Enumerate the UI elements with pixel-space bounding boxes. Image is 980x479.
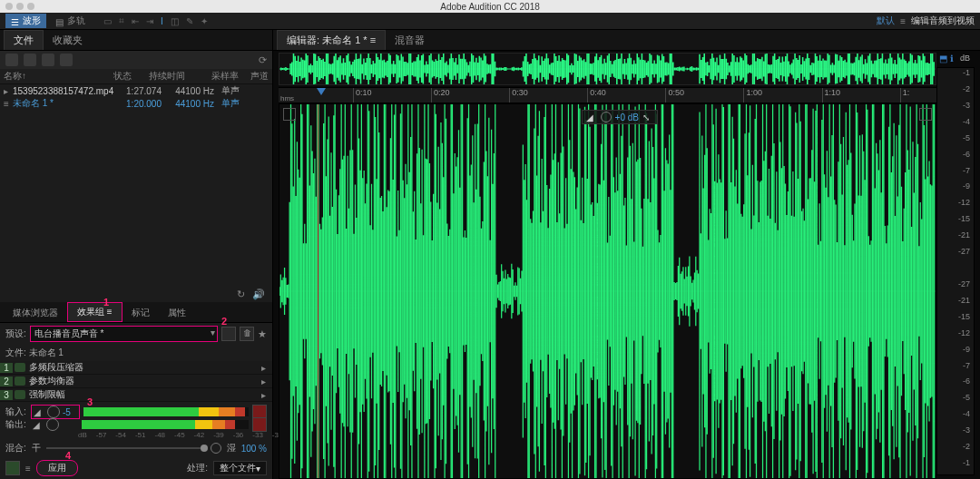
left-upper-tabs: 文件 收藏夹 [0, 30, 272, 51]
preset-row: 预设: 电台播音员声音 * ▾ 🗑 ★ 2 [0, 323, 272, 345]
tab-files[interactable]: 文件 [4, 30, 44, 50]
zoom-corner-icon[interactable] [919, 108, 932, 121]
more-icon[interactable] [60, 54, 73, 66]
tab-editor[interactable]: 编辑器: 未命名 1 * ≡ [277, 30, 386, 50]
preset-label: 预设: [5, 327, 26, 340]
db-scale: dB-57-54-51-48-45-42-39-36-33-30-27-24-2… [5, 431, 267, 439]
input-meter [83, 407, 249, 416]
workspace-name[interactable]: 编辑音频到视频 [911, 15, 975, 27]
col-name[interactable]: 名称↑ [0, 70, 110, 83]
mix-row: 混合: 干 湿 100 % [0, 439, 272, 457]
window-controls[interactable] [5, 3, 34, 10]
multitrack-icon: ▤ [55, 17, 64, 24]
list-icon[interactable]: ≡ [25, 464, 31, 474]
effect-row[interactable]: 1多频段压缩器▸ [0, 361, 272, 375]
tab-favorites[interactable]: 收藏夹 [44, 31, 92, 50]
window-titlebar: Adobe Audition CC 2018 [0, 0, 980, 13]
apply-row: ≡ 应用 处理: 整个文件 ▾ 4 [0, 457, 272, 479]
effect-row[interactable]: 2参数均衡器▸ [0, 375, 272, 388]
effect-row[interactable]: 3强制限幅▸ [0, 388, 272, 402]
output-meter [82, 420, 249, 429]
file-row[interactable]: ▸ 1539523388157472.mp4 1:27.074 44100 Hz… [0, 84, 272, 97]
folder-icon[interactable] [42, 54, 54, 66]
meter-icon: ◢ [586, 112, 597, 122]
save-preset-button[interactable] [221, 327, 236, 341]
tab-effects-rack[interactable]: 效果组 ≡ [67, 302, 122, 322]
speaker-icon[interactable]: 🔊 [252, 288, 265, 300]
toolbar-icon[interactable]: ⇥ [146, 16, 153, 26]
top-toolbar: ☰波形 ▤多轨 ▭ ⌗ ⇤ ⇥ I ◫ ✎ ✦ 默认 ≡ 编辑音频到视频 [0, 13, 980, 30]
col-channels[interactable]: 声道 [242, 70, 272, 83]
axis-icon[interactable]: ⬒ [939, 54, 947, 64]
waveform-editor[interactable]: ◢ +0 dB ⤡ [279, 103, 936, 479]
favorite-icon[interactable]: ★ [258, 328, 267, 340]
db-axis: ⬒ℹ dB -1-2-3-4-5-6-7-9-12-15-21-27-27-21… [936, 67, 975, 475]
editor-tabs: 编辑器: 未命名 1 * ≡ 混音器 [273, 30, 980, 51]
meter-icon: ◢ [34, 407, 44, 416]
file-label: 文件: 未命名 1 [0, 345, 272, 361]
clock-icon[interactable] [47, 406, 60, 418]
power-icon[interactable] [15, 363, 25, 372]
workspace-menu-icon[interactable]: ≡ [900, 16, 906, 26]
apply-button[interactable]: 应用 [36, 460, 78, 476]
tab-media-browser[interactable]: 媒体浏览器 [4, 304, 67, 322]
preset-select[interactable]: 电台播音员声音 * ▾ [30, 326, 218, 342]
io-meters: 输入: ◢ -5 3 输出: [0, 402, 272, 439]
files-footer: ↻ 🔊 [0, 286, 272, 302]
pin-icon[interactable]: ⤡ [642, 112, 653, 122]
delete-preset-button[interactable]: 🗑 [240, 327, 254, 341]
tab-markers[interactable]: 标记 [122, 304, 159, 322]
audio-file-icon: ≡ [4, 99, 13, 109]
zoom-corner-icon[interactable] [283, 108, 296, 121]
view-waveform-button[interactable]: ☰波形 [5, 14, 46, 28]
time-ruler[interactable]: hms 0:100:200:300:400:501:001:101: [279, 87, 936, 103]
clock-icon[interactable] [46, 418, 59, 431]
toolbar-icon[interactable]: I [161, 16, 163, 26]
file-list: ▸ 1539523388157472.mp4 1:27.074 44100 Hz… [0, 84, 272, 266]
axis-icon[interactable]: ℹ [950, 54, 954, 64]
refresh-icon[interactable]: ⟳ [259, 54, 267, 66]
waveform-overview[interactable] [279, 53, 936, 85]
clock-icon[interactable] [211, 443, 221, 454]
power-toggle[interactable] [5, 461, 20, 475]
left-lower-tabs: 媒体浏览器 效果组 ≡ 标记 属性 1 [0, 302, 272, 323]
chevron-right-icon[interactable]: ▸ [261, 363, 272, 373]
file-columns: 名称↑ 状态 持续时间 采样率 声道 [0, 69, 272, 84]
process-scope-select[interactable]: 整个文件 ▾ [213, 461, 267, 475]
meter-icon: ◢ [33, 420, 44, 429]
effects-list: 1多频段压缩器▸ 2参数均衡器▸ 3强制限幅▸ [0, 361, 272, 402]
col-rate[interactable]: 采样率 [189, 70, 242, 83]
power-icon[interactable] [15, 376, 25, 386]
view-multitrack-button[interactable]: ▤多轨 [50, 14, 91, 28]
waveform-icon: ☰ [11, 17, 20, 24]
toolbar-icon[interactable]: ⇤ [132, 16, 139, 26]
playhead-icon[interactable] [317, 88, 326, 95]
gain-hud[interactable]: ◢ +0 dB ⤡ [582, 110, 658, 124]
open-file-icon[interactable] [24, 54, 36, 66]
files-toolbar: ⟳ [0, 51, 272, 69]
col-duration[interactable]: 持续时间 [142, 70, 189, 83]
chevron-right-icon[interactable]: ▸ [261, 390, 272, 400]
playhead-line [318, 104, 318, 478]
app-title: Adobe Audition CC 2018 [440, 2, 540, 12]
power-icon[interactable] [15, 390, 25, 399]
toolbar-icon[interactable]: ◫ [171, 16, 179, 26]
input-meter-row: 输入: ◢ -5 3 [5, 406, 267, 418]
col-status[interactable]: 状态 [110, 70, 142, 83]
mix-slider[interactable] [46, 447, 205, 449]
toolbar-icon[interactable]: ✦ [201, 16, 208, 26]
toolbar-icon[interactable]: ▭ [103, 16, 112, 26]
clock-icon[interactable] [601, 112, 612, 122]
toolbar-icon[interactable]: ✎ [186, 16, 193, 26]
clip-indicator[interactable] [252, 417, 267, 432]
chevron-right-icon[interactable]: ▸ [261, 376, 272, 386]
file-row[interactable]: ≡ 未命名 1 * 1:20.000 44100 Hz 单声 [0, 97, 272, 110]
tab-mixer[interactable]: 混音器 [386, 31, 434, 50]
toolbar-icon[interactable]: ⌗ [119, 15, 124, 26]
workspace-default[interactable]: 默认 [877, 15, 895, 27]
chevron-down-icon: ▾ [211, 327, 215, 337]
loop-icon[interactable]: ↻ [237, 288, 245, 300]
tab-properties[interactable]: 属性 [159, 304, 195, 322]
output-meter-row: 输出: ◢ [5, 418, 267, 431]
new-file-icon[interactable] [5, 54, 18, 66]
